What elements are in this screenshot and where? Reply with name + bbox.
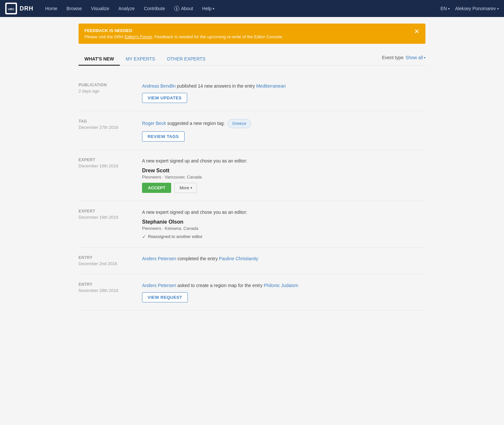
- navbar-nav: Home Browse Visualize Analyze Contribute…: [41, 4, 441, 13]
- info-icon: ℹ: [174, 6, 179, 11]
- navbar-brand-name: DRH: [20, 5, 33, 12]
- entry-link-philonic[interactable]: Philonic Judaism: [264, 283, 298, 288]
- feedback-banner-body: FEEDBACK IS NEEDED Please visit the DRH …: [84, 28, 283, 39]
- lang-dropdown-icon: ▾: [448, 7, 450, 10]
- event-text-philonic: Anders Petersen asked to create a region…: [142, 282, 425, 289]
- tabs-right: Event type Show all ▾: [382, 55, 425, 63]
- event-tag: TAG December 27th 2016 Roger Beck sugges…: [79, 111, 425, 150]
- more-button-drew[interactable]: More ▾: [174, 183, 197, 193]
- reassigned-status: ✓ Reassigned to another editor: [142, 234, 425, 239]
- nav-browse[interactable]: Browse: [63, 4, 86, 13]
- event-date-publication: 2 days ago: [79, 89, 134, 94]
- entry-link-mediterranean[interactable]: Mediterranean: [256, 83, 286, 89]
- event-type-label: Event type: [382, 55, 404, 60]
- editors-forum-link[interactable]: Editor's Forum: [125, 34, 152, 39]
- nav-contribute[interactable]: Contribute: [140, 4, 169, 13]
- event-date-drew: December 16th 2016: [79, 163, 134, 168]
- expert-actions-drew: ACCEPT More ▾: [142, 183, 425, 193]
- event-meta-drew: EXPERT December 16th 2016: [79, 158, 134, 193]
- event-text-publication: Andreas Bendlin published 14 new answers…: [142, 83, 425, 90]
- event-intro-drew: A new expert signed up and chose you as …: [142, 158, 425, 164]
- view-updates-button[interactable]: VIEW UPDATES: [142, 93, 187, 103]
- review-tags-button[interactable]: REVIEW TAGS: [142, 131, 185, 142]
- more-dropdown-icon: ▾: [190, 186, 192, 190]
- event-text-pauline: Anders Petersen completed the entry Paul…: [142, 255, 425, 262]
- tabs-bar: WHAT'S NEW MY EXPERTS OTHER EXPERTS Even…: [79, 53, 425, 66]
- accept-button-drew[interactable]: ACCEPT: [142, 183, 171, 193]
- event-date-philonic: November 28th 2016: [79, 288, 134, 293]
- entry-link-pauline[interactable]: Pauline Christianity: [219, 256, 258, 261]
- feedback-close-button[interactable]: ✕: [414, 28, 420, 35]
- feedback-banner: FEEDBACK IS NEEDED Please visit the DRH …: [79, 24, 425, 44]
- expert-affil-stephanie: Pieoneers · Kelowna, Canada: [142, 226, 425, 231]
- event-meta-stephanie: EXPERT December 16th 2016: [79, 209, 134, 239]
- event-body-tag: Roger Beck suggested a new region tag: G…: [142, 119, 425, 142]
- event-type-label-drew: EXPERT: [79, 158, 134, 162]
- nav-home[interactable]: Home: [41, 4, 61, 13]
- svg-text:UBC: UBC: [8, 8, 14, 11]
- event-meta-pauline: ENTRY December 2nd 2016: [79, 255, 134, 266]
- person-link-andreas[interactable]: Andreas Bendlin: [142, 83, 176, 89]
- event-type-label-tag: TAG: [79, 119, 134, 124]
- event-body-stephanie: A new expert signed up and chose you as …: [142, 209, 425, 239]
- user-dropdown-icon: ▾: [497, 7, 499, 10]
- event-meta-philonic: ENTRY November 28th 2016: [79, 282, 134, 302]
- event-text-tag: Roger Beck suggested a new region tag: G…: [142, 119, 425, 128]
- tab-other-experts[interactable]: OTHER EXPERTS: [161, 53, 211, 66]
- event-entry-pauline: ENTRY December 2nd 2016 Anders Petersen …: [79, 247, 425, 274]
- show-all-dropdown-icon: ▾: [424, 56, 425, 60]
- event-type-label-publication: PUBLICATION: [79, 83, 134, 87]
- feedback-banner-text: Please visit the DRH Editor's Forum. Fee…: [84, 34, 283, 39]
- navbar-brand[interactable]: UBC DRH: [5, 3, 33, 14]
- event-type-label-stephanie: EXPERT: [79, 209, 134, 213]
- help-dropdown-icon: ▾: [213, 7, 214, 10]
- show-all-dropdown[interactable]: Show all ▾: [405, 55, 425, 60]
- nav-visualize[interactable]: Visualize: [87, 4, 113, 13]
- tag-badge-greece[interactable]: Greece: [227, 119, 251, 128]
- language-selector[interactable]: EN ▾: [441, 6, 450, 11]
- user-menu[interactable]: Aleksey Ponomarev ▾: [455, 6, 499, 11]
- tabs-left: WHAT'S NEW MY EXPERTS OTHER EXPERTS: [79, 53, 211, 65]
- event-body-publication: Andreas Bendlin published 14 new answers…: [142, 83, 425, 103]
- nav-about[interactable]: ℹ About: [170, 4, 197, 13]
- person-link-roger[interactable]: Roger Beck: [142, 121, 166, 126]
- event-intro-stephanie: A new expert signed up and chose you as …: [142, 209, 425, 216]
- event-date-stephanie: December 16th 2016: [79, 215, 134, 220]
- tab-my-experts[interactable]: MY EXPERTS: [120, 53, 161, 66]
- event-date-tag: December 27th 2016: [79, 125, 134, 130]
- event-entry-philonic: ENTRY November 28th 2016 Anders Petersen…: [79, 274, 425, 311]
- feedback-banner-title: FEEDBACK IS NEEDED: [84, 28, 283, 33]
- event-meta-tag: TAG December 27th 2016: [79, 119, 134, 142]
- nav-help[interactable]: Help ▾: [198, 4, 218, 13]
- person-link-anders-2[interactable]: Anders Petersen: [142, 283, 176, 288]
- event-meta-publication: PUBLICATION 2 days ago: [79, 83, 134, 103]
- expert-name-stephanie: Stephanie Olson: [142, 219, 425, 225]
- event-expert-stephanie: EXPERT December 16th 2016 A new expert s…: [79, 201, 425, 247]
- event-expert-drew: EXPERT December 16th 2016 A new expert s…: [79, 150, 425, 201]
- expert-affil-drew: Pieoneers · Vancouver, Canada: [142, 175, 425, 179]
- navbar-logo-icon: UBC: [5, 3, 17, 14]
- check-icon: ✓: [142, 234, 146, 239]
- event-body-pauline: Anders Petersen completed the entry Paul…: [142, 255, 425, 266]
- navbar: UBC DRH Home Browse Visualize Analyze Co…: [0, 0, 504, 17]
- navbar-right: EN ▾ Aleksey Ponomarev ▾: [441, 6, 499, 11]
- person-link-anders-1[interactable]: Anders Petersen: [142, 256, 176, 261]
- view-request-button[interactable]: VIEW REQUEST: [142, 292, 188, 302]
- main-content: FEEDBACK IS NEEDED Please visit the DRH …: [72, 17, 432, 317]
- tab-whats-new[interactable]: WHAT'S NEW: [79, 53, 120, 66]
- event-publication: PUBLICATION 2 days ago Andreas Bendlin p…: [79, 75, 425, 111]
- event-type-label-pauline: ENTRY: [79, 255, 134, 260]
- nav-analyze[interactable]: Analyze: [115, 4, 139, 13]
- expert-name-drew: Drew Scott: [142, 168, 425, 174]
- event-type-label-philonic: ENTRY: [79, 282, 134, 287]
- event-body-drew: A new expert signed up and chose you as …: [142, 158, 425, 193]
- event-body-philonic: Anders Petersen asked to create a region…: [142, 282, 425, 302]
- event-date-pauline: December 2nd 2016: [79, 261, 134, 266]
